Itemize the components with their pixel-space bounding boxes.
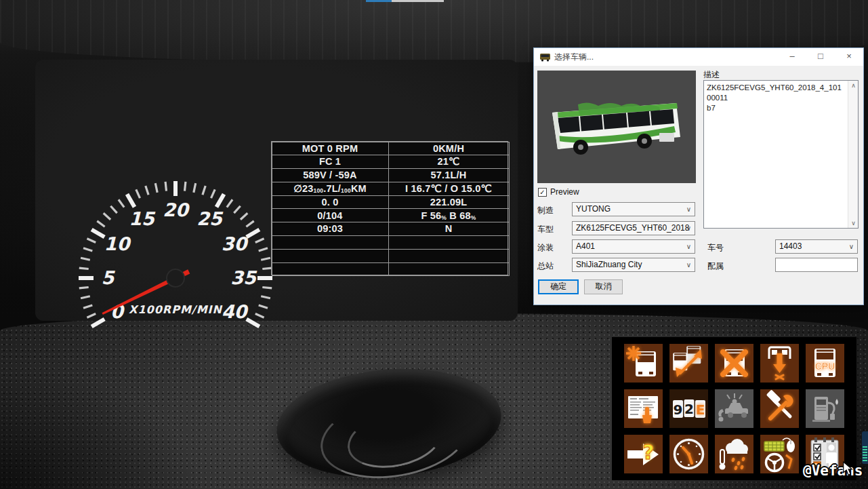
gauge-tick (259, 248, 268, 251)
gauge-number-15: 15 (129, 208, 156, 229)
toolbar-timetable-button[interactable] (624, 389, 663, 428)
toolbar-repair-button[interactable] (760, 389, 799, 428)
gauge-tick (247, 319, 260, 327)
description-label: 描述 (703, 69, 720, 81)
manufacturer-value: YUTONG (576, 204, 611, 214)
gauge-tick (81, 258, 90, 260)
gauge-tick (155, 183, 157, 193)
toolbar-time-settings-button[interactable] (669, 435, 708, 473)
select-vehicle-dialog: 选择车辆... – □ × (533, 47, 864, 305)
toolbar-weather-settings-button[interactable] (715, 435, 753, 473)
car-phone-icon (718, 393, 748, 422)
toolbar-remove-vehicle-button[interactable] (715, 344, 753, 383)
gauge-tick (136, 189, 140, 198)
toolbar-refuel-button (806, 389, 844, 428)
description-scrollbar[interactable]: ∧ ∨ (848, 81, 858, 228)
fleet-number-value: 14403 (779, 241, 802, 251)
gauge-tick (104, 213, 110, 219)
hidden-menubar-strip-gray[interactable] (392, 0, 444, 2)
chair-accent (786, 455, 791, 469)
gauge-tick (119, 199, 124, 207)
gauge-tick (185, 182, 186, 191)
close-button[interactable]: × (835, 48, 863, 66)
gauge-tick (127, 194, 135, 207)
toolbar-despawn-vehicle-button[interactable] (760, 344, 799, 383)
minimize-button[interactable]: – (778, 48, 806, 66)
toolbar-control-settings-button[interactable] (760, 435, 799, 473)
lcd-volt-amp: 589V / -59A (272, 168, 389, 182)
toolbar-spawn-vehicle-button[interactable] (624, 344, 663, 383)
gauge-tick (259, 305, 268, 308)
keyboard-icon (764, 442, 784, 451)
livery-select[interactable]: A401 ∨ (572, 239, 695, 254)
cancel-button[interactable]: 取消 (584, 279, 623, 294)
lcd-empty (388, 249, 510, 263)
depot-select[interactable]: ShiJiaZhuang City ∨ (572, 258, 695, 272)
lcd-clock: 09:03 (272, 222, 389, 236)
model-label: 车型 (537, 224, 554, 235)
lcd-trip: 0. 0 (272, 195, 389, 210)
route-char-1: 9 (674, 402, 683, 418)
gauge-number-25: 25 (197, 208, 224, 229)
description-text: ZK6125FCEVG5_YHT60_2018_4_10100011b7 (707, 83, 842, 113)
lcd-motor-rpm: MOT 0 RPM (272, 142, 389, 156)
lcd-multifunction-display: MOT 0 RPM 0KM/H FC 1 21℃ 589V / -59A 57.… (271, 141, 508, 275)
chevron-down-icon: ∨ (686, 203, 691, 216)
tachometer-gauge: X100RPM/MIN 0510152025303540 (74, 176, 277, 380)
gauge-tick (261, 296, 270, 298)
gauge-tick (91, 230, 104, 237)
gauge-tick (246, 221, 253, 227)
dialog-title: 选择车辆... (554, 52, 594, 63)
gauge-tick (81, 296, 90, 298)
toolbar-change-vehicle-button[interactable] (669, 344, 708, 383)
route-char-3: E (696, 402, 705, 418)
lcd-empty (272, 235, 389, 250)
thermometer-icon (720, 450, 726, 470)
dialog-titlebar[interactable]: 选择车辆... – □ × (534, 48, 863, 66)
bus-icon (636, 351, 656, 376)
toolbar-route-code-button[interactable]: 9 2 E (669, 389, 708, 428)
model-value: ZK6125FCEVG5_YHT60_2018 (576, 223, 689, 233)
cloud-icon (726, 439, 748, 454)
toolbar-navigation-help-button[interactable]: ? (624, 435, 663, 473)
gauge-tick (255, 314, 264, 318)
depot-value: ShiJiaZhuang City (576, 260, 642, 269)
chevron-down-icon: ∨ (686, 222, 691, 235)
gauge-number-5: 5 (102, 267, 116, 288)
lcd-temp: 21℃ (388, 155, 510, 169)
chevron-down-icon: ∨ (686, 258, 691, 271)
screenshot-stage: X100RPM/MIN 0510152025303540 (( ABS )) N… (0, 0, 868, 489)
gauge-tick (227, 199, 232, 207)
game-toolbar: CPU (612, 337, 856, 480)
preview-checkbox[interactable]: ✓ (538, 188, 547, 197)
lcd-gear: N (388, 222, 510, 236)
scroll-down-icon[interactable]: ∨ (848, 220, 859, 227)
scroll-up-icon[interactable]: ∧ (848, 82, 859, 89)
livery-value: A401 (576, 241, 595, 251)
ok-button[interactable]: 确定 (538, 279, 579, 294)
hidden-menubar-strip-blue[interactable] (366, 0, 392, 2)
assignment-input[interactable] (775, 258, 858, 272)
edge-panel-widget[interactable] (862, 431, 868, 464)
gauge-number-20: 20 (163, 199, 190, 220)
model-select[interactable]: ZK6125FCEVG5_YHT60_2018 ∨ (572, 221, 695, 235)
lcd-empty (272, 249, 389, 263)
bus-preview-render (537, 71, 696, 183)
description-box[interactable]: ZK6125FCEVG5_YHT60_2018_4_10100011b7 ∧ ∨ (703, 80, 859, 229)
lcd-consumption-rate: 57.1L/H (388, 168, 510, 182)
tachometer-unit-label: X100RPM/MIN (129, 303, 222, 316)
maximize-button[interactable]: □ (806, 48, 835, 66)
fleet-number-select[interactable]: 14403 ∨ (775, 239, 858, 254)
bus-window-icon (539, 52, 551, 62)
toolbar-ai-cpu-button[interactable]: CPU (806, 344, 844, 383)
toolbar-call-assistance-button (715, 389, 753, 428)
gauge-tick (234, 206, 240, 213)
gauge-tick (247, 230, 260, 237)
rain-drops-icon (731, 456, 745, 470)
mouse-cursor (842, 461, 853, 476)
manufacturer-select[interactable]: YUTONG ∨ (572, 202, 695, 216)
lcd-passengers: 0/104 (272, 208, 389, 222)
clock-icon (675, 440, 703, 469)
assignment-label: 配属 (707, 260, 724, 272)
level-meter-segments (863, 446, 867, 463)
